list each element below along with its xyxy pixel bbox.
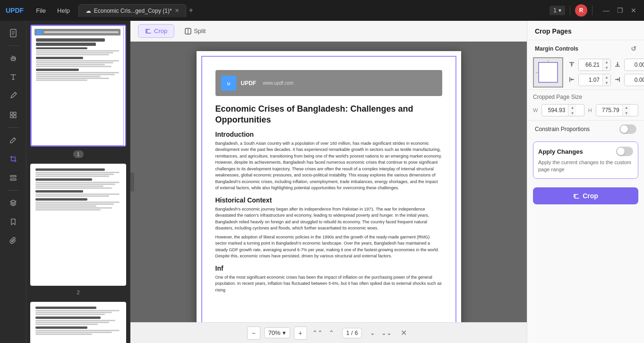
close-button[interactable]: ✕: [629, 6, 638, 15]
margin-left-increment[interactable]: ▲: [603, 74, 610, 80]
active-tab[interactable]: ☁ Economic Cris...ged_Copy (1)* ✕: [78, 4, 186, 17]
document-viewport: ‹ U UPDF www.updf.com Economic Crises of…: [130, 42, 527, 322]
sidebar-icon-edit[interactable]: [5, 132, 22, 149]
constrain-proportions-row: Constrain Proportions: [527, 120, 644, 138]
doc-header-url: www.updf.com: [263, 80, 293, 86]
width-input[interactable]: [542, 105, 568, 115]
tab-close-icon[interactable]: ✕: [175, 8, 179, 14]
sidebar-icon-crop[interactable]: [5, 150, 22, 167]
cloud-icon: ☁: [86, 8, 91, 14]
panel-collapse-button[interactable]: ‹: [130, 173, 134, 192]
margin-controls-header: Margin Controls ↺: [527, 40, 644, 55]
page-number-1: 1: [73, 150, 84, 158]
margin-right-icon: [614, 76, 621, 84]
height-spinners: ▲ ▼: [622, 105, 630, 116]
thumbnail-page-2[interactable]: 2: [30, 164, 126, 296]
crop-button-label: Crop: [154, 27, 167, 35]
sidebar-icon-bookmark[interactable]: [5, 213, 22, 230]
margin-bottom-icon: [614, 61, 621, 69]
sidebar-icon-forms[interactable]: [5, 169, 22, 186]
thumbnail-page-1[interactable]: 1: [30, 25, 126, 158]
menu-help[interactable]: Help: [52, 5, 75, 16]
sidebar-icon-hand[interactable]: [5, 50, 22, 67]
sidebar-icon-document[interactable]: [5, 25, 22, 42]
width-decrement[interactable]: ▼: [568, 110, 576, 116]
sidebar-icon-annotation[interactable]: [5, 88, 22, 105]
apply-changes-section: Apply Changes Apply the current changes …: [533, 141, 638, 179]
margin-top-row: ▲ ▼: [568, 59, 611, 71]
margin-preview: ↕ ↔: [533, 57, 563, 88]
add-tab-button[interactable]: +: [189, 6, 193, 15]
margin-left-input[interactable]: [579, 75, 602, 85]
margin-inputs-grid: ▲ ▼ ▲ ▼: [568, 59, 644, 86]
thumbnail-page-3[interactable]: 3: [30, 302, 126, 343]
margin-right-input[interactable]: [625, 75, 644, 85]
close-bar-button[interactable]: ✕: [397, 326, 410, 340]
split-tool-button[interactable]: Split: [178, 25, 212, 37]
apply-changes-toggle[interactable]: [616, 147, 633, 156]
svg-rect-9: [10, 179, 16, 180]
total-pages-display: 6: [355, 330, 358, 336]
margin-top-increment[interactable]: ▲: [603, 59, 610, 65]
sidebar-icon-attachment[interactable]: [5, 232, 22, 249]
document-page: U UPDF www.updf.com Economic Crises of B…: [197, 51, 461, 322]
zoom-in-icon: +: [299, 329, 302, 337]
margin-left-decrement[interactable]: ▼: [603, 80, 610, 86]
margin-bottom-input[interactable]: [625, 60, 644, 70]
margin-top-input[interactable]: [579, 60, 602, 70]
height-increment[interactable]: ▲: [623, 105, 630, 110]
current-page-display[interactable]: 1: [346, 330, 350, 336]
margin-left-icon: [568, 76, 575, 84]
crop-tool-button[interactable]: Crop: [138, 24, 174, 38]
doc-text-inf: One of the most significant economic cri…: [215, 274, 442, 294]
width-input-wrap: ▲ ▼: [541, 104, 584, 116]
zoom-selector[interactable]: 70% ▾: [264, 327, 290, 338]
nav-next-button[interactable]: ⌄: [366, 326, 379, 340]
svg-rect-4: [10, 112, 13, 114]
topbar: UPDF File Help ☁ Economic Cris...ged_Cop…: [0, 0, 644, 21]
user-avatar[interactable]: R: [575, 4, 587, 17]
zoom-out-button[interactable]: −: [247, 326, 260, 340]
zoom-in-button[interactable]: +: [294, 326, 307, 340]
height-decrement[interactable]: ▼: [623, 110, 630, 116]
content-area: Crop Split ‹ U UPDF www.updf.com: [130, 21, 527, 343]
page-navigator[interactable]: 1 ▾: [550, 6, 565, 15]
cropped-page-size-label: Cropped Page Size: [533, 94, 638, 100]
nav-prev-button[interactable]: ⌃: [325, 326, 338, 340]
constrain-toggle[interactable]: [619, 124, 636, 134]
sidebar-icon-text[interactable]: [5, 69, 22, 86]
maximize-button[interactable]: ❐: [615, 6, 625, 15]
reset-button[interactable]: ↺: [631, 45, 636, 53]
sidebar-icon-grid[interactable]: [5, 106, 22, 123]
svg-text:U: U: [227, 81, 230, 86]
margin-top-decrement[interactable]: ▼: [603, 65, 610, 70]
main-layout: 1: [0, 21, 644, 343]
split-button-label: Split: [194, 27, 206, 35]
sidebar-icon-layers[interactable]: [5, 194, 22, 211]
nav-first-button[interactable]: ⌃⌃: [311, 326, 324, 340]
tab-title: Economic Cris...ged_Copy (1)*: [94, 8, 172, 14]
nav-last-button[interactable]: ⌄⌄: [380, 326, 393, 340]
thumbnail-panel: 1: [26, 21, 130, 343]
width-increment[interactable]: ▲: [568, 105, 576, 110]
apply-changes-header: Apply Changes: [538, 147, 633, 156]
crop-action-button[interactable]: Crop: [533, 187, 638, 204]
margin-top-icon: [568, 61, 575, 69]
doc-text-history2: However, the adoption of liberal economi…: [215, 234, 442, 260]
minimize-button[interactable]: —: [601, 6, 611, 15]
page-number-input-area: 1 / 6: [342, 328, 362, 338]
height-input-wrap: ▲ ▼: [596, 104, 638, 116]
svg-rect-6: [10, 115, 13, 118]
margin-left-spinners: ▲ ▼: [602, 74, 610, 86]
apply-changes-desc: Apply the current changes to the custom …: [538, 159, 633, 174]
apply-changes-toggle-knob: [617, 148, 625, 155]
doc-text-history: Bangladesh's economic journey began afte…: [215, 206, 442, 232]
menu-file[interactable]: File: [31, 5, 51, 16]
margin-right-row: ▲ ▼: [614, 74, 644, 86]
constrain-proportions-label: Constrain Proportions: [535, 126, 590, 132]
window-controls: — ❐ ✕: [601, 6, 638, 15]
apply-changes-title: Apply Changes: [538, 148, 583, 155]
height-input[interactable]: [596, 105, 622, 115]
svg-rect-7: [14, 115, 16, 118]
sidebar-divider-3: [8, 190, 19, 191]
